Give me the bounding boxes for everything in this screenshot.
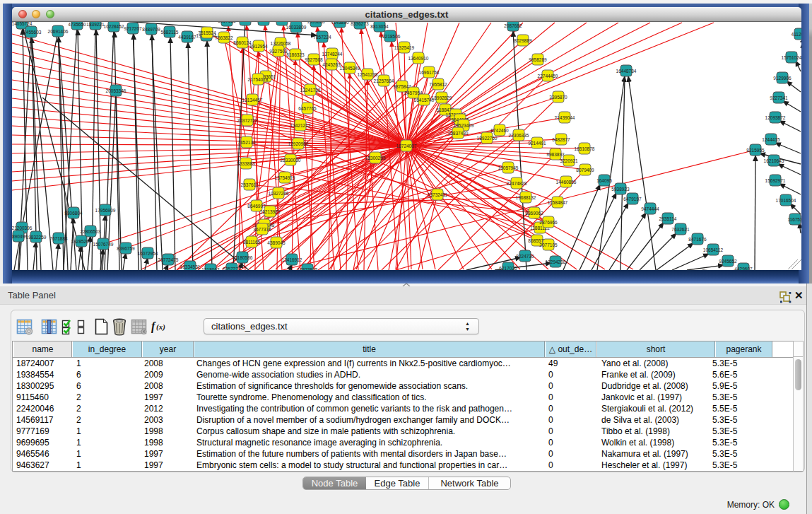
svg-text:6482877: 6482877 [552, 137, 570, 142]
svg-text:7663822: 7663822 [215, 35, 233, 40]
svg-text:3333883: 3333883 [237, 161, 255, 166]
svg-text:13732411: 13732411 [428, 192, 448, 197]
svg-text:6479197: 6479197 [623, 197, 642, 201]
svg-text:11584847: 11584847 [548, 200, 568, 205]
svg-text:21754078: 21754078 [248, 77, 269, 82]
svg-text:8660124: 8660124 [233, 40, 252, 45]
svg-text:16210643: 16210643 [764, 158, 784, 163]
svg-text:9958289: 9958289 [529, 57, 547, 62]
svg-text:7671884: 7671884 [49, 236, 68, 241]
svg-text:10654112: 10654112 [703, 247, 724, 252]
svg-text:7857224: 7857224 [313, 35, 331, 40]
svg-text:6357277: 6357277 [223, 267, 241, 271]
svg-text:10334531: 10334531 [180, 264, 201, 269]
svg-text:8813054: 8813054 [370, 24, 389, 29]
svg-text:15180586: 15180586 [233, 255, 253, 260]
svg-text:16510878: 16510878 [575, 146, 595, 151]
svg-text:16033809: 16033809 [286, 25, 307, 30]
svg-text:9214491: 9214491 [528, 141, 546, 146]
svg-text:13045349: 13045349 [340, 66, 360, 71]
svg-text:15692971: 15692971 [765, 178, 786, 183]
svg-text:6457765: 6457765 [298, 106, 317, 111]
svg-text:9983893: 9983893 [546, 152, 565, 157]
svg-text:10327246: 10327246 [269, 191, 289, 196]
svg-text:13134457: 13134457 [242, 98, 263, 103]
svg-text:17956909: 17956909 [95, 208, 116, 213]
svg-text:6217026: 6217026 [499, 266, 517, 271]
svg-text:9227341: 9227341 [770, 95, 788, 100]
svg-text:15076749: 15076749 [93, 242, 114, 247]
svg-text:12218506: 12218506 [380, 34, 401, 39]
svg-text:16961758: 16961758 [419, 70, 440, 75]
svg-text:f: f [151, 320, 156, 333]
svg-text:9527508: 9527508 [305, 57, 323, 62]
svg-text:5938923: 5938923 [611, 187, 630, 192]
svg-text:8224730: 8224730 [516, 254, 534, 259]
svg-text:8646997: 8646997 [247, 204, 266, 209]
svg-text:10837430: 10837430 [448, 131, 469, 136]
svg-text:18724007: 18724007 [396, 144, 417, 148]
svg-text:8215955: 8215955 [746, 148, 765, 153]
svg-text:22330030: 22330030 [281, 158, 301, 163]
svg-text:8336273: 8336273 [351, 22, 369, 26]
svg-text:19688132: 19688132 [516, 195, 536, 200]
svg-text:20813640: 20813640 [235, 22, 256, 23]
svg-text:116753: 116753 [787, 217, 801, 222]
svg-text:11325419: 11325419 [394, 45, 415, 50]
svg-text:8079409: 8079409 [576, 168, 594, 173]
svg-text:7955812: 7955812 [429, 82, 447, 87]
svg-text:2537611: 2537611 [241, 182, 259, 187]
svg-text:(x): (x) [156, 322, 165, 332]
svg-text:1218062: 1218062 [201, 267, 220, 271]
svg-text:18922760: 18922760 [477, 136, 498, 141]
svg-text:21439044: 21439044 [555, 115, 575, 120]
svg-text:3917183: 3917183 [218, 22, 236, 23]
svg-text:9245652: 9245652 [719, 259, 737, 264]
svg-text:8912954: 8912954 [249, 44, 268, 49]
svg-text:1999828: 1999828 [307, 22, 325, 24]
svg-text:22306335: 22306335 [509, 133, 529, 138]
svg-text:19832259: 19832259 [26, 235, 47, 240]
svg-text:3395870: 3395870 [549, 95, 567, 100]
svg-text:4389045: 4389045 [267, 240, 286, 245]
svg-text:22744459: 22744459 [538, 74, 558, 78]
svg-text:10228452: 10228452 [104, 24, 124, 29]
svg-text:8471676: 8471676 [688, 237, 707, 242]
svg-text:1244415: 1244415 [762, 137, 780, 142]
svg-text:21257684: 21257684 [374, 78, 394, 83]
svg-text:10057945: 10057945 [498, 165, 519, 170]
svg-text:5682115: 5682115 [161, 30, 179, 35]
svg-text:8029889: 8029889 [514, 38, 532, 43]
svg-text:7632621: 7632621 [671, 227, 690, 232]
svg-text:2087682: 2087682 [504, 23, 522, 28]
svg-text:15157347: 15157347 [254, 22, 274, 23]
svg-text:164095: 164095 [596, 178, 612, 183]
svg-text:16448784: 16448784 [616, 69, 637, 74]
svg-text:6742460: 6742460 [490, 128, 509, 133]
svg-text:13226058: 13226058 [271, 41, 291, 46]
svg-text:3677374: 3677374 [253, 227, 271, 232]
svg-text:16072954: 16072954 [138, 251, 158, 256]
svg-text:4245263: 4245263 [322, 62, 341, 67]
svg-text:14055724: 14055724 [12, 22, 33, 26]
svg-text:22806503: 22806503 [81, 229, 101, 234]
svg-text:14460856: 14460856 [556, 180, 577, 185]
svg-text:4112034: 4112034 [792, 32, 801, 37]
svg-text:12416912: 12416912 [282, 257, 302, 262]
svg-text:4439167: 4439167 [178, 35, 196, 40]
svg-text:15751024: 15751024 [782, 55, 801, 60]
svg-text:20772475: 20772475 [158, 257, 179, 262]
svg-text:20053346: 20053346 [106, 88, 126, 93]
svg-text:13754919: 13754919 [275, 175, 295, 180]
svg-text:13241736: 13241736 [300, 88, 321, 93]
svg-text:13421212: 13421212 [290, 123, 311, 128]
svg-text:3220921: 3220921 [560, 158, 578, 163]
svg-text:9474444: 9474444 [641, 206, 659, 211]
svg-text:22455603: 22455603 [21, 30, 42, 35]
svg-text:19523409: 19523409 [454, 123, 474, 128]
svg-text:8396759: 8396759 [117, 246, 135, 251]
svg-text:19285201: 19285201 [71, 239, 92, 244]
svg-text:2077105: 2077105 [539, 243, 558, 247]
svg-text:4735650: 4735650 [68, 22, 86, 27]
svg-text:12093872: 12093872 [765, 115, 786, 120]
